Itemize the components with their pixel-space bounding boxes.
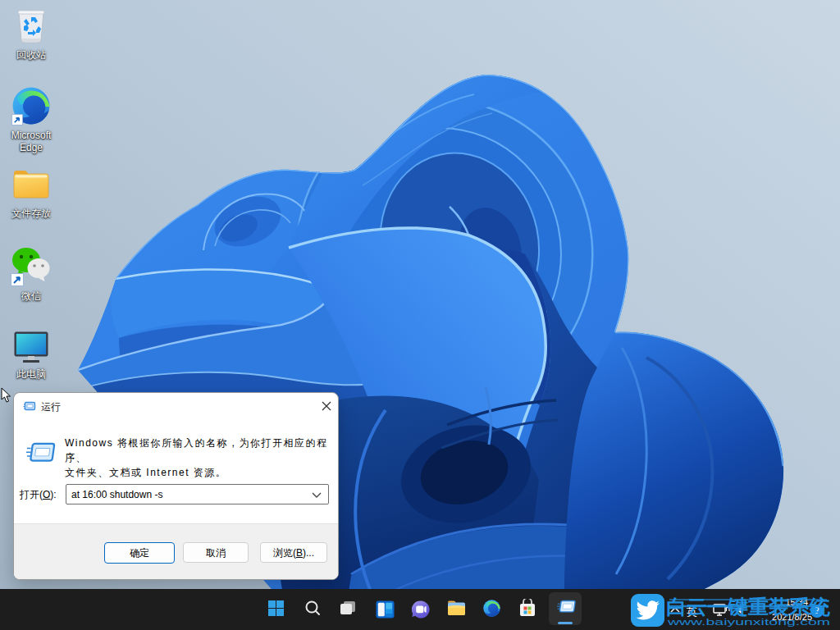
svg-text:www.baiyunxitong.com: www.baiyunxitong.com	[666, 618, 830, 627]
